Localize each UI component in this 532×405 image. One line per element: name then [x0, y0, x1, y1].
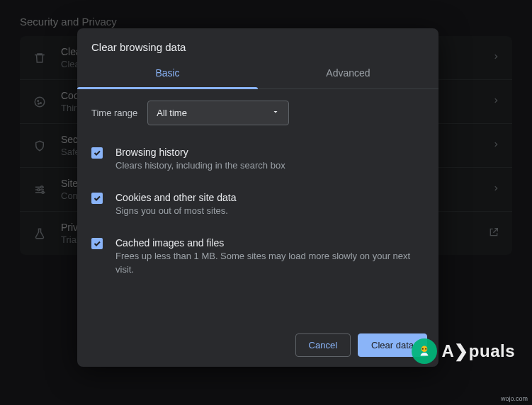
- svg-point-8: [422, 348, 424, 350]
- cancel-button[interactable]: Cancel: [295, 333, 351, 357]
- watermark: A❯puals: [412, 338, 515, 364]
- chevron-down-icon: [271, 108, 280, 118]
- checkbox-cookies[interactable]: [91, 193, 103, 204]
- option-cookies: Cookies and other site data Signs you ou…: [91, 186, 424, 232]
- modal-footer: Cancel Clear data: [77, 324, 438, 367]
- option-title: Cookies and other site data: [115, 192, 236, 203]
- modal-title: Clear browsing data: [77, 28, 438, 59]
- time-range-value: All time: [157, 108, 187, 118]
- option-sub: Frees up less than 1 MB. Some sites may …: [115, 250, 424, 275]
- option-title: Browsing history: [115, 147, 285, 158]
- modal-body: Time range All time Browsing history Cle…: [77, 89, 438, 324]
- tabs: Basic Advanced: [77, 59, 438, 89]
- svg-point-9: [426, 348, 427, 350]
- option-title: Cached images and files: [115, 237, 424, 249]
- option-sub: Clears history, including in the search …: [115, 159, 285, 172]
- time-range-label: Time range: [91, 108, 137, 118]
- option-cached: Cached images and files Frees up less th…: [91, 232, 424, 290]
- time-range-row: Time range All time: [91, 101, 424, 125]
- clear-browsing-data-modal: Clear browsing data Basic Advanced Time …: [77, 28, 438, 367]
- checkbox-cached[interactable]: [91, 238, 103, 249]
- tab-advanced[interactable]: Advanced: [258, 59, 438, 89]
- time-range-select[interactable]: All time: [147, 101, 289, 125]
- option-browsing-history: Browsing history Clears history, includi…: [91, 141, 424, 186]
- tab-basic[interactable]: Basic: [77, 59, 258, 89]
- option-sub: Signs you out of most sites.: [115, 205, 236, 217]
- watermark-text: A❯puals: [441, 341, 515, 361]
- tiny-watermark: wojo.com: [501, 395, 528, 402]
- watermark-logo-icon: [412, 338, 437, 364]
- checkbox-browsing-history[interactable]: [91, 147, 103, 159]
